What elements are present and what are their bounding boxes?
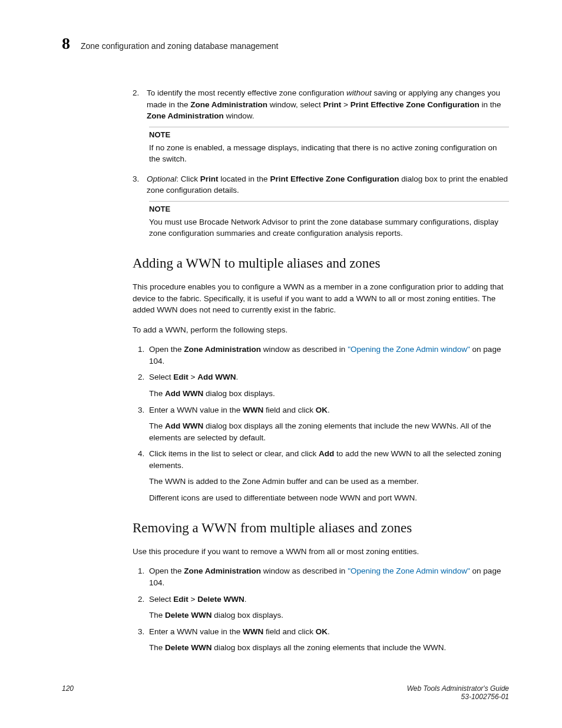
page-number: 120 bbox=[62, 684, 74, 701]
step-item: Open the Zone Administration window as d… bbox=[147, 565, 509, 588]
cross-ref-link[interactable]: "Opening the Zone Admin window" bbox=[348, 566, 470, 575]
note-head: NOTE bbox=[149, 127, 509, 141]
step-item: Enter a WWN value in the WWN field and c… bbox=[147, 626, 509, 654]
adding-intro2: To add a WWN, perform the following step… bbox=[133, 324, 509, 336]
heading-removing: Removing a WWN from multiple aliases and… bbox=[133, 518, 509, 538]
heading-adding: Adding a WWN to multiple aliases and zon… bbox=[133, 253, 509, 273]
step-item: 3.Optional: Click Print located in the P… bbox=[133, 173, 509, 196]
footer-right: Web Tools Administrator's Guide 53-10027… bbox=[407, 684, 509, 701]
step-followup: The WWN is added to the Zone Admin buffe… bbox=[149, 476, 509, 487]
page-header: 8 Zone configuration and zoning database… bbox=[62, 35, 509, 52]
note-block: NOTEYou must use Brocade Network Advisor… bbox=[149, 201, 509, 239]
step-item: Click items in the list to select or cle… bbox=[147, 448, 509, 503]
step-followup: The Delete WWN dialog box displays. bbox=[149, 610, 509, 621]
step-followup: The Add WWN dialog box displays. bbox=[149, 388, 509, 400]
step-item: 2.To identify the most recently effectiv… bbox=[133, 87, 509, 122]
chapter-number: 8 bbox=[62, 35, 70, 52]
step-number: 2. bbox=[133, 87, 147, 122]
doc-number: 53-1002756-01 bbox=[407, 693, 509, 701]
running-head: Zone configuration and zoning database m… bbox=[81, 41, 278, 51]
page-footer: 120 Web Tools Administrator's Guide 53-1… bbox=[62, 684, 509, 701]
note-head: NOTE bbox=[149, 201, 509, 215]
note-body: If no zone is enabled, a message display… bbox=[149, 142, 509, 165]
book-title: Web Tools Administrator's Guide bbox=[407, 684, 509, 693]
step-body: To identify the most recently effective … bbox=[147, 87, 509, 122]
adding-steps: Open the Zone Administration window as d… bbox=[133, 344, 509, 503]
top-steps: 2.To identify the most recently effectiv… bbox=[133, 87, 509, 239]
removing-steps: Open the Zone Administration window as d… bbox=[133, 565, 509, 653]
page: 8 Zone configuration and zoning database… bbox=[0, 0, 562, 728]
note-block: NOTEIf no zone is enabled, a message dis… bbox=[149, 127, 509, 165]
note-body: You must use Brocade Network Advisor to … bbox=[149, 216, 509, 239]
step-item: Select Edit > Delete WWN.The Delete WWN … bbox=[147, 594, 509, 621]
step-item: Select Edit > Add WWN.The Add WWN dialog… bbox=[147, 371, 509, 399]
step-item: Open the Zone Administration window as d… bbox=[147, 344, 509, 367]
step-followup: The Delete WWN dialog box displays all t… bbox=[149, 642, 509, 654]
step-followup: The Add WWN dialog box displays all the … bbox=[149, 420, 509, 443]
cross-ref-link[interactable]: "Opening the Zone Admin window" bbox=[348, 345, 470, 354]
step-followup: Different icons are used to differentiat… bbox=[149, 492, 509, 504]
removing-intro: Use this procedure if you want to remove… bbox=[133, 546, 509, 558]
step-item: Enter a WWN value in the WWN field and c… bbox=[147, 404, 509, 444]
adding-intro: This procedure enables you to configure … bbox=[133, 281, 509, 316]
step-number: 3. bbox=[133, 173, 147, 196]
main-content: 2.To identify the most recently effectiv… bbox=[133, 87, 509, 664]
step-body: Optional: Click Print located in the Pri… bbox=[147, 173, 509, 196]
